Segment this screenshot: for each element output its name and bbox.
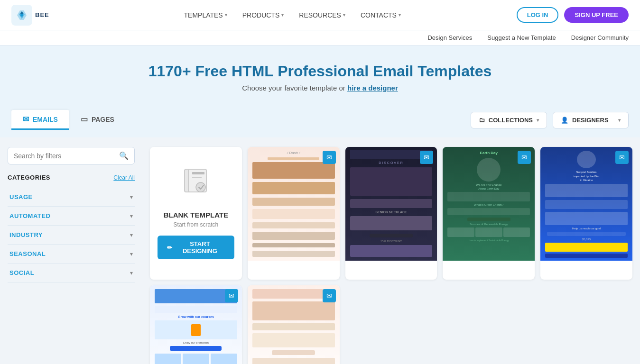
- hero-title: 1170+ Free HTML Professional Email Templ…: [11, 63, 629, 80]
- chevron-down-icon: ▾: [130, 194, 133, 200]
- category-seasonal[interactable]: SEASONAL ▾: [8, 245, 135, 264]
- mail-badge: ✉: [420, 151, 433, 164]
- template-thumbnail: ✉ Earth Day We Are The Change About Eart…: [443, 147, 535, 261]
- tabs-row: ✉ EMAILS ▭ PAGES: [11, 110, 126, 130]
- nav-templates[interactable]: TEMPLATES ▾: [184, 11, 227, 19]
- template-card-earth[interactable]: ✉ Earth Day We Are The Change About Eart…: [443, 147, 535, 280]
- mail-badge: ✉: [225, 289, 238, 302]
- chevron-down-icon: ▾: [399, 12, 401, 18]
- mail-badge: ✉: [323, 289, 336, 302]
- designer-community-link[interactable]: Designer Community: [571, 34, 629, 41]
- svg-rect-4: [192, 172, 204, 174]
- chevron-down-icon: ▾: [225, 12, 227, 18]
- search-icon: 🔍: [119, 151, 129, 160]
- category-industry[interactable]: INDUSTRY ▾: [8, 226, 135, 245]
- dropdowns-row: 🗂 COLLECTIONS ▾ 👤 DESIGNERS ▾: [471, 112, 629, 128]
- template-thumbnail: ✉ Support familiesimpacted by the Warin …: [540, 147, 632, 261]
- blank-template-card[interactable]: BLANK TEMPLATE Start from scratch ✏ STAR…: [150, 147, 242, 280]
- chevron-down-icon: ▾: [537, 118, 539, 123]
- svg-point-6: [196, 182, 205, 192]
- mail-badge: ✉: [323, 151, 336, 164]
- template-card-beauty[interactable]: ✉ / Dash /: [248, 147, 340, 280]
- nav-contacts[interactable]: CONTACTS ▾: [361, 11, 401, 19]
- chevron-down-icon: ▾: [343, 12, 345, 18]
- sub-nav: Design Services Suggest a New Template D…: [0, 30, 640, 46]
- chevron-down-icon: ▾: [130, 213, 133, 219]
- category-social[interactable]: SOCIAL ▾: [8, 264, 135, 282]
- collections-icon: 🗂: [479, 117, 485, 124]
- svg-point-1: [20, 14, 23, 17]
- categories-title: CATEGORIES: [8, 174, 50, 181]
- mail-badge: ✉: [518, 151, 531, 164]
- template-card-fashion[interactable]: ✉ DISCOVER SENIOR NECKLACE 15% DISCOUNT: [345, 147, 437, 280]
- search-input[interactable]: [14, 152, 119, 160]
- clear-all-link[interactable]: Clear All: [113, 174, 135, 181]
- tab-pages[interactable]: ▭ PAGES: [69, 110, 126, 130]
- template-thumbnail: ✉ fashionstore: [248, 285, 340, 364]
- blank-template-icon: [181, 167, 211, 203]
- blank-template-title: BLANK TEMPLATE: [164, 210, 228, 220]
- mail-badge: ✉: [615, 151, 629, 164]
- template-card-skincare[interactable]: ✉ fashionstore: [248, 285, 340, 364]
- email-tab-icon: ✉: [23, 115, 29, 124]
- category-usage[interactable]: USAGE ▾: [8, 188, 135, 207]
- nav-products[interactable]: PRODUCTS ▾: [242, 11, 284, 19]
- pages-tab-icon: ▭: [81, 115, 88, 124]
- designers-icon: 👤: [561, 117, 568, 124]
- header: BEE TEMPLATES ▾ PRODUCTS ▾ RESOURCES ▾ C…: [0, 0, 640, 30]
- toolbar: ✉ EMAILS ▭ PAGES 🗂 COLLECTIONS ▾ 👤 DESIG…: [0, 105, 640, 137]
- login-button[interactable]: LOG IN: [517, 7, 559, 23]
- templates-grid: BLANK TEMPLATE Start from scratch ✏ STAR…: [142, 137, 640, 364]
- template-thumbnail: ✉ DISCOVER SENIOR NECKLACE 15% DISCOUNT: [345, 147, 437, 261]
- hero-section: 1170+ Free HTML Professional Email Templ…: [0, 46, 640, 105]
- nav-resources[interactable]: RESOURCES ▾: [299, 11, 345, 19]
- collections-dropdown[interactable]: 🗂 COLLECTIONS ▾: [471, 112, 547, 128]
- main-nav: TEMPLATES ▾ PRODUCTS ▾ RESOURCES ▾ CONTA…: [68, 11, 517, 19]
- search-box[interactable]: 🔍: [8, 147, 135, 164]
- suggest-template-link[interactable]: Suggest a New Template: [487, 34, 556, 41]
- template-thumbnail: ✉ / Dash /: [248, 147, 340, 261]
- main-content: 🔍 CATEGORIES Clear All USAGE ▾ AUTOMATED…: [0, 137, 640, 364]
- hire-designer-link[interactable]: hire a designer: [347, 84, 398, 92]
- logo-text: BEE: [35, 11, 49, 18]
- template-card-edu[interactable]: ✉ Grow with our courses Enjoy our promot…: [150, 285, 242, 364]
- start-designing-button[interactable]: ✏ START DESIGNING: [158, 236, 234, 259]
- categories-header: CATEGORIES Clear All: [8, 174, 135, 181]
- template-thumbnail: ✉ Grow with our courses Enjoy our promot…: [150, 285, 242, 364]
- template-card-charity[interactable]: ✉ Support familiesimpacted by the Warin …: [540, 147, 632, 280]
- logo-area[interactable]: BEE: [11, 5, 49, 26]
- chevron-down-icon: ▾: [130, 270, 133, 276]
- hero-subtitle: Choose your favorite template or hire a …: [11, 84, 629, 92]
- pencil-icon: ✏: [167, 244, 172, 251]
- design-services-link[interactable]: Design Services: [427, 34, 472, 41]
- tab-emails[interactable]: ✉ EMAILS: [11, 110, 69, 130]
- category-automated[interactable]: AUTOMATED ▾: [8, 207, 135, 226]
- signup-button[interactable]: SIGN UP FREE: [564, 7, 629, 23]
- chevron-down-icon: ▾: [618, 118, 621, 123]
- bee-logo-icon: [11, 5, 32, 26]
- designers-dropdown[interactable]: 👤 DESIGNERS ▾: [553, 112, 629, 128]
- header-actions: LOG IN SIGN UP FREE: [517, 7, 629, 23]
- chevron-down-icon: ▾: [281, 12, 284, 18]
- chevron-down-icon: ▾: [130, 232, 133, 238]
- chevron-down-icon: ▾: [130, 251, 133, 257]
- svg-rect-5: [192, 177, 202, 178]
- blank-template-subtitle: Start from scratch: [174, 221, 219, 228]
- sidebar: 🔍 CATEGORIES Clear All USAGE ▾ AUTOMATED…: [0, 137, 142, 364]
